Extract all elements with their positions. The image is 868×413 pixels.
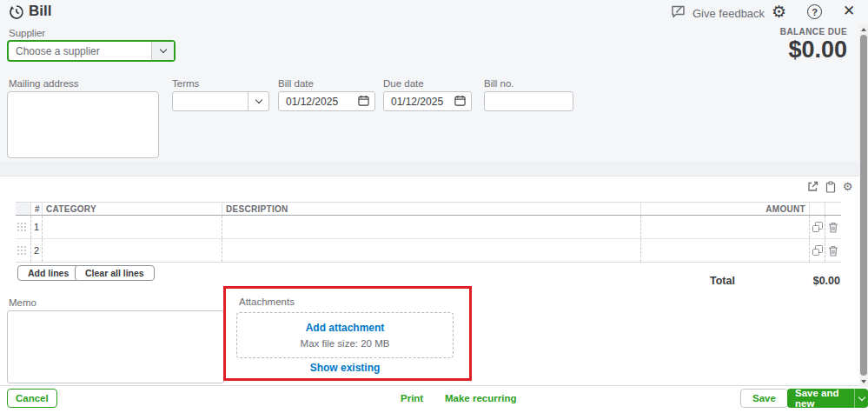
due-date-label: Due date bbox=[383, 78, 424, 89]
feedback-icon bbox=[671, 4, 687, 23]
due-date-value[interactable]: 01/12/2025 bbox=[391, 96, 443, 108]
supplier-placeholder[interactable]: Choose a supplier bbox=[9, 42, 151, 60]
make-recurring-link[interactable]: Make recurring bbox=[445, 393, 516, 403]
settings-gear-icon[interactable]: ⚙ bbox=[772, 2, 786, 22]
delete-row-icon[interactable] bbox=[825, 216, 841, 238]
description-cell[interactable] bbox=[222, 239, 641, 262]
grid-settings-gear-icon[interactable]: ⚙ bbox=[841, 180, 854, 193]
help-icon[interactable]: ? bbox=[807, 4, 822, 19]
clipboard-icon[interactable] bbox=[824, 180, 837, 193]
attachment-dropzone[interactable]: Add attachment Max file size: 20 MB bbox=[236, 312, 454, 358]
amount-column-header[interactable]: AMOUNT bbox=[641, 203, 810, 215]
page-title: Bill bbox=[29, 3, 51, 20]
grid-toolbar: ⚙ bbox=[806, 180, 854, 193]
copy-row-icon[interactable] bbox=[810, 216, 825, 238]
drag-handle-icon[interactable] bbox=[16, 239, 31, 262]
scrollbar-thumb[interactable] bbox=[860, 35, 867, 376]
bill-date-field[interactable]: 01/12/2025 bbox=[278, 91, 375, 111]
terms-dropdown[interactable] bbox=[172, 91, 269, 111]
history-icon[interactable] bbox=[9, 4, 24, 23]
amount-cell[interactable] bbox=[641, 239, 810, 262]
due-date-field[interactable]: 01/12/2025 bbox=[383, 91, 472, 111]
print-link[interactable]: Print bbox=[401, 393, 423, 403]
balance-due-amount: $0.00 bbox=[788, 37, 847, 63]
save-and-new-split-button: Save and new bbox=[787, 389, 868, 408]
copy-column-header bbox=[810, 203, 825, 215]
scroll-down-icon[interactable] bbox=[861, 380, 866, 383]
delete-column-header bbox=[825, 203, 841, 215]
description-column-header[interactable]: DESCRIPTION bbox=[222, 203, 641, 215]
bill-date-value[interactable]: 01/12/2025 bbox=[286, 96, 338, 108]
total-value: $0.00 bbox=[813, 275, 840, 287]
row-number: 1 bbox=[31, 216, 43, 238]
clear-all-lines-button[interactable]: Clear all lines bbox=[75, 265, 155, 281]
give-feedback-button[interactable]: Give feedback bbox=[671, 4, 765, 23]
row-number: 2 bbox=[31, 239, 43, 262]
category-column-header[interactable]: CATEGORY bbox=[43, 203, 222, 215]
table-header-row: # CATEGORY DESCRIPTION AMOUNT bbox=[16, 202, 841, 216]
table-row: 1 bbox=[16, 216, 841, 239]
balance-due-label: BALANCE DUE bbox=[780, 27, 847, 37]
description-cell[interactable] bbox=[222, 216, 641, 238]
category-cell[interactable] bbox=[43, 239, 222, 262]
add-lines-button[interactable]: Add lines bbox=[17, 265, 79, 281]
save-button[interactable]: Save bbox=[740, 389, 788, 408]
max-file-size-text: Max file size: 20 MB bbox=[237, 338, 453, 349]
terms-label: Terms bbox=[172, 78, 199, 89]
scroll-up-icon[interactable] bbox=[861, 28, 866, 31]
give-feedback-label: Give feedback bbox=[692, 7, 765, 20]
mailing-address-label: Mailing address bbox=[9, 78, 79, 89]
attachments-label: Attachments bbox=[239, 296, 295, 307]
memo-textarea[interactable] bbox=[7, 310, 224, 383]
supplier-dropdown[interactable]: Choose a supplier bbox=[7, 40, 176, 62]
bill-date-calendar-icon[interactable] bbox=[358, 95, 369, 109]
drag-column-header bbox=[16, 203, 31, 215]
mailing-address-textarea[interactable] bbox=[7, 91, 159, 158]
total-label: Total bbox=[710, 275, 735, 287]
add-attachment-link[interactable]: Add attachment bbox=[237, 322, 453, 334]
vertical-scrollbar[interactable] bbox=[859, 24, 868, 387]
amount-cell[interactable] bbox=[641, 216, 810, 238]
drag-handle-icon[interactable] bbox=[16, 216, 31, 238]
delete-row-icon[interactable] bbox=[825, 239, 841, 262]
supplier-label: Supplier bbox=[9, 28, 45, 38]
save-and-new-chevron-down-icon[interactable] bbox=[854, 389, 868, 408]
copy-row-icon[interactable] bbox=[810, 239, 825, 262]
terms-chevron-down-icon[interactable] bbox=[248, 92, 268, 110]
category-cell[interactable] bbox=[43, 216, 222, 238]
footer-bar bbox=[0, 385, 868, 413]
num-column-header: # bbox=[31, 203, 43, 215]
table-row: 2 bbox=[16, 239, 841, 263]
due-date-calendar-icon[interactable] bbox=[454, 95, 466, 109]
bill-no-input[interactable] bbox=[484, 91, 573, 111]
line-items-table: # CATEGORY DESCRIPTION AMOUNT 1 2 bbox=[16, 202, 841, 263]
memo-label: Memo bbox=[9, 297, 36, 308]
save-and-new-button[interactable]: Save and new bbox=[787, 389, 854, 408]
close-icon[interactable]: ✕ bbox=[843, 2, 855, 20]
bill-no-label: Bill no. bbox=[484, 78, 514, 89]
cancel-button[interactable]: Cancel bbox=[7, 389, 57, 408]
bill-date-label: Bill date bbox=[278, 78, 314, 89]
supplier-chevron-down-icon[interactable] bbox=[151, 42, 174, 60]
export-grid-icon[interactable] bbox=[806, 180, 819, 193]
section-divider-band bbox=[0, 162, 868, 177]
show-existing-link[interactable]: Show existing bbox=[236, 362, 454, 374]
